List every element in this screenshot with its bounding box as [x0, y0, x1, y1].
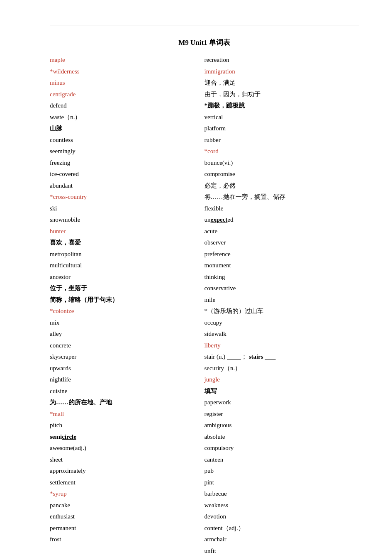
- word-columns: maple*wildernessminuscentigradedefendwas…: [50, 55, 359, 555]
- list-item: *cord: [205, 146, 359, 157]
- list-item: 为……的所在地、产地: [50, 397, 205, 408]
- list-item: *（游乐场的）过山车: [205, 306, 359, 317]
- list-item: liberty: [205, 340, 359, 351]
- list-item: unexpected: [205, 215, 359, 225]
- list-item: 简称，缩略（用于句末）: [50, 295, 205, 306]
- list-item: sheet: [50, 455, 205, 465]
- list-item: thinking: [205, 272, 359, 283]
- list-item: immigration: [205, 66, 359, 77]
- list-item: *cross-country: [50, 192, 205, 203]
- list-item: pint: [205, 477, 359, 488]
- list-item: compromise: [205, 169, 359, 180]
- list-item: flexible: [205, 203, 359, 214]
- list-item: enthusiast: [50, 511, 205, 522]
- top-divider: [50, 25, 359, 25]
- list-item: hunter: [50, 226, 205, 237]
- list-item: 填写: [205, 386, 359, 397]
- list-item: conservative: [205, 283, 359, 294]
- list-item: approximately: [50, 466, 205, 477]
- list-item: vertical: [205, 112, 359, 123]
- list-item: security（n.）: [205, 363, 359, 374]
- list-item: *mall: [50, 409, 205, 420]
- list-item: permanent: [50, 523, 205, 534]
- list-item: skyscraper: [50, 352, 205, 362]
- list-item: 喜欢，喜爱: [50, 237, 205, 248]
- list-item: waste（n.）: [50, 112, 205, 123]
- list-item: pancake: [50, 500, 205, 511]
- list-item: occupy: [205, 318, 359, 328]
- list-item: semicircle: [50, 432, 205, 443]
- list-item: preference: [205, 249, 359, 260]
- list-item: centigrade: [50, 89, 205, 100]
- list-item: seemingly: [50, 146, 205, 157]
- list-item: unfit: [205, 546, 359, 555]
- list-item: 必定，必然: [205, 181, 359, 191]
- list-item: upwards: [50, 363, 205, 374]
- list-item: freezing: [50, 158, 205, 169]
- list-item: *colonize: [50, 306, 205, 317]
- list-item: paperwork: [205, 397, 359, 408]
- list-item: countless: [50, 135, 205, 146]
- list-item: mix: [50, 318, 205, 328]
- list-item: compulsory: [205, 443, 359, 454]
- list-item: snowmobile: [50, 215, 205, 225]
- list-item: monument: [205, 260, 359, 271]
- right-column: recreationimmigration迎合，满足由于，因为，归功于*蹦极，蹦…: [205, 55, 359, 555]
- list-item: defend: [50, 100, 205, 111]
- list-item: 位于，坐落于: [50, 283, 205, 294]
- list-item: ice-covered: [50, 169, 205, 180]
- list-item: pitch: [50, 420, 205, 431]
- list-item: mile: [205, 295, 359, 306]
- list-item: 将……抛在一旁，搁置、储存: [205, 192, 359, 203]
- list-item: weakness: [205, 500, 359, 511]
- left-column: maple*wildernessminuscentigradedefendwas…: [50, 55, 205, 555]
- page: M9 Unit1 单词表 maple*wildernessminuscentig…: [0, 0, 392, 555]
- list-item: recreation: [205, 55, 359, 66]
- list-item: 迎合，满足: [205, 78, 359, 88]
- list-item: observer: [205, 237, 359, 248]
- list-item: awesome(adj.): [50, 443, 205, 454]
- list-item: platform: [205, 123, 359, 134]
- list-item: rubber: [205, 135, 359, 146]
- list-item: abundant: [50, 181, 205, 191]
- list-item: maple: [50, 55, 205, 66]
- list-item: content（adj.）: [205, 523, 359, 534]
- list-item: devotion: [205, 511, 359, 522]
- list-item: concrete: [50, 340, 205, 351]
- list-item: jungle: [205, 374, 359, 385]
- list-item: 由于，因为，归功于: [205, 89, 359, 100]
- list-item: ambiguous: [205, 420, 359, 431]
- list-item: register: [205, 409, 359, 420]
- list-item: cuisine: [50, 386, 205, 397]
- list-item: ski: [50, 203, 205, 214]
- list-item: multicultural: [50, 260, 205, 271]
- list-item: settlement: [50, 477, 205, 488]
- list-item: nightlife: [50, 374, 205, 385]
- list-item: alley: [50, 329, 205, 340]
- list-item: pub: [205, 466, 359, 477]
- list-item: frost: [50, 534, 205, 545]
- list-item: absolute: [205, 432, 359, 443]
- list-item: metropolitan: [50, 249, 205, 260]
- list-item: armchair: [205, 534, 359, 545]
- list-item: sidewalk: [205, 329, 359, 340]
- list-item: minus: [50, 78, 205, 88]
- list-item: canteen: [205, 455, 359, 465]
- list-item: *syrup: [50, 489, 205, 499]
- list-item: stair (n.) ； stairs: [205, 352, 359, 362]
- list-item: bounce(vi.): [205, 158, 359, 169]
- list-item: acute: [205, 226, 359, 237]
- list-item: 山脉: [50, 123, 205, 134]
- list-item: *wilderness: [50, 66, 205, 77]
- page-title: M9 Unit1 单词表: [50, 38, 359, 47]
- list-item: ancestor: [50, 272, 205, 283]
- list-item: *蹦极，蹦极跳: [205, 100, 359, 111]
- list-item: barbecue: [205, 489, 359, 499]
